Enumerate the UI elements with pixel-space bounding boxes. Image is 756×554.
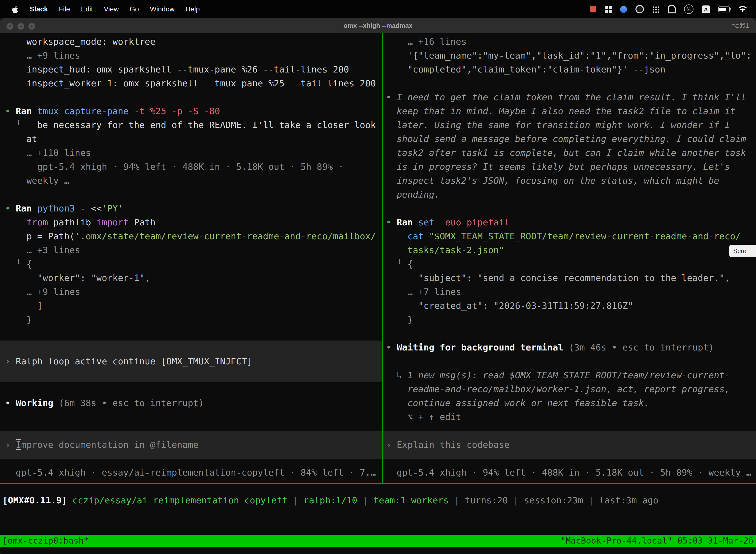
ghost-app-icon[interactable]	[668, 5, 676, 13]
text-segment: Path	[129, 217, 155, 227]
terminal-line: task2 after task1 is complete, but can I…	[383, 146, 756, 160]
terminal-line: gpt-5.4 xhigh · 94% left · 488K in · 5.1…	[383, 466, 756, 480]
terminal-line: • Ran python3 - <<'PY'	[0, 202, 382, 215]
apple-menu-icon[interactable]	[6, 0, 24, 18]
text-segment: [OMX#0.11.9]	[2, 495, 67, 505]
tmux-status-bar: [omx-cczip0:bash* "MacBook-Pro-44.local"…	[0, 535, 756, 547]
terminal-line	[383, 459, 756, 466]
text-segment: "subject": "send a concise recommendatio…	[386, 273, 730, 283]
menu-item-view[interactable]: View	[99, 0, 124, 18]
screen-recording-indicator-icon[interactable]	[590, 6, 596, 12]
text-segment: session:23m	[524, 495, 583, 505]
blue-app-icon[interactable]	[620, 6, 627, 13]
terminal-line: ⌥ + ↑ edit	[383, 410, 756, 424]
text-segment: {	[407, 259, 413, 269]
text-segment: Ran	[16, 203, 37, 214]
text-segment: |	[358, 495, 374, 505]
menu-item-file[interactable]: File	[53, 0, 75, 18]
screenshot-popup[interactable]: Scre	[729, 245, 756, 257]
text-segment: - <<	[75, 203, 102, 214]
menu-item-edit[interactable]: Edit	[75, 0, 98, 18]
menu-item-help[interactable]: Help	[180, 0, 205, 18]
text-segment: ›	[5, 356, 16, 366]
text-segment: set	[418, 217, 434, 227]
terminal-line: pending.	[383, 188, 756, 202]
terminal-line: └ be necessary for the end of the README…	[0, 118, 382, 132]
text-segment: p = Path(	[5, 231, 75, 241]
terminal-line: inspect_hud: omx sparkshell --tmux-pane …	[0, 63, 382, 76]
terminal-line: weekly …	[0, 174, 382, 188]
text-segment: •	[386, 217, 397, 227]
text-segment: I	[16, 439, 21, 450]
text-segment: |	[583, 495, 599, 505]
terminal-line: from pathlib import Path	[0, 215, 382, 229]
text-segment: … +9 lines	[5, 286, 80, 297]
wifi-icon[interactable]	[738, 6, 747, 13]
text-segment: inspect task2's JSON, focusing on the st…	[386, 175, 719, 186]
terminal-line: readme-and-reco/mailbox/worker-1.json, a…	[383, 382, 756, 396]
terminal-line: … +110 lines	[0, 146, 382, 160]
text-segment: "completed","claim_token":"claim-token"}…	[386, 64, 666, 74]
terminal-line: p = Path('.omx/state/team/review-current…	[0, 229, 382, 243]
terminal-line: • Ran set -euo pipefail	[383, 215, 756, 229]
text-segment: inspect_hud: omx sparkshell --tmux-pane …	[5, 64, 349, 74]
terminal-line: "completed","claim_token":"claim-token"}…	[383, 63, 756, 76]
text-segment: ⌥ + ↑ edit	[386, 411, 461, 422]
input-source-icon[interactable]: A	[702, 5, 710, 13]
terminal-line: … +9 lines	[0, 49, 382, 63]
text-segment: "$OMX_TEAM_STATE_ROOT/team/review-curren…	[429, 231, 741, 241]
text-segment: continue assigned work or next feasible …	[386, 398, 649, 408]
ring-app-icon[interactable]	[635, 5, 644, 13]
battery-percent-badge[interactable]: 61	[684, 4, 693, 14]
text-segment: later. Using the same for transition mig…	[386, 120, 730, 130]
text-segment: Working	[16, 398, 53, 408]
text-segment: -euo pipefail	[434, 217, 509, 227]
text-segment: at	[5, 133, 37, 144]
text-segment: … +3 lines	[5, 245, 80, 255]
terminal-line: continue assigned work or next feasible …	[383, 396, 756, 410]
menu-items: SlackFileEditViewGoWindowHelp	[0, 0, 205, 18]
terminal-line	[0, 90, 382, 104]
pane-left-lines[interactable]: workspace_mode: worktree … +9 lines insp…	[0, 33, 382, 485]
menu-item-slack[interactable]: Slack	[24, 0, 53, 18]
text-segment: •	[386, 342, 397, 352]
text-segment: gpt-5.4 xhigh · 94% left · 488K in · 5.1…	[386, 467, 752, 478]
menu-item-window[interactable]: Window	[144, 0, 180, 18]
text-segment: turns:20	[465, 495, 508, 505]
terminal-line	[0, 410, 382, 424]
text-segment: cczip/essay/ai-reimplementation-copyleft	[67, 495, 288, 505]
terminal-line: ↳ 1 new msg(s): read $OMX_TEAM_STATE_ROO…	[383, 368, 756, 382]
terminal-line: … +16 lines	[383, 35, 756, 49]
prompt-input-left[interactable]: › Improve documentation in @filename	[0, 431, 382, 459]
battery-fill	[719, 8, 726, 11]
tmux-host-clock-label: "MacBook-Pro-44.local" 05:03 31-Mar-26	[561, 535, 754, 547]
pane-divider[interactable]	[382, 33, 383, 483]
terminal-line	[0, 340, 382, 354]
text-segment: |	[288, 495, 304, 505]
text-segment: Waiting for background terminal	[397, 342, 563, 352]
dots-grid-icon[interactable]	[652, 6, 659, 13]
text-segment: task2 after task1 is complete, but can I…	[386, 148, 746, 158]
pane-right-lines[interactable]: … +16 lines '{"team_name":"my-team","tas…	[383, 33, 756, 485]
text-segment: └	[386, 259, 407, 269]
terminal-line: gpt-5.4 xhigh · essay/ai-reimplementatio…	[0, 466, 382, 480]
text-segment: '.omx/state/team/review-current-readme-a…	[75, 231, 376, 241]
terminal-line: keep that in mind. Maybe I also need the…	[383, 104, 756, 118]
window-tiles-icon[interactable]	[605, 6, 612, 13]
window-titlebar[interactable]: omx --xhigh --madmax ⌥⌘1	[0, 18, 756, 33]
text-segment: '{"team_name":"my-team","task_id":"1","f…	[386, 50, 752, 61]
text-segment: "worker": "worker-1",	[5, 273, 150, 283]
terminal-line: should send a message before completing …	[383, 132, 756, 146]
text-segment: {	[26, 259, 32, 269]
terminal-line: • I need to get the claim token from the…	[383, 90, 756, 104]
text-segment: mprove documentation in @filename	[21, 439, 198, 450]
battery-icon[interactable]	[718, 6, 730, 12]
text-segment: I need to get the claim token from the c…	[397, 92, 746, 102]
terminal-line: }	[383, 313, 756, 327]
text-segment: |	[449, 495, 465, 505]
text-segment: Ran	[16, 106, 37, 116]
text-segment: 'PY'	[102, 203, 123, 214]
prompt-input-right[interactable]: › Explain this codebase	[383, 431, 756, 459]
terminal-line: workspace_mode: worktree	[0, 35, 382, 49]
menu-item-go[interactable]: Go	[124, 0, 144, 18]
